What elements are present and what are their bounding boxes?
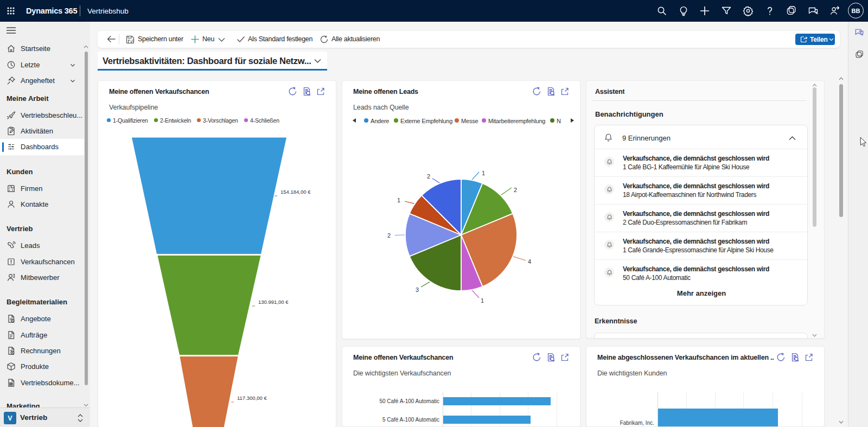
svg-text:3: 3 xyxy=(416,286,419,293)
svg-text:4: 4 xyxy=(528,258,531,265)
svg-text:130.991,00 €: 130.991,00 € xyxy=(258,299,289,305)
svg-text:1: 1 xyxy=(481,297,484,304)
svg-text:3-Vorschlagen: 3-Vorschlagen xyxy=(203,117,238,124)
svg-text:4-Schließen: 4-Schließen xyxy=(250,117,279,124)
svg-text:2-Entwickeln: 2-Entwickeln xyxy=(160,117,191,124)
svg-text:2: 2 xyxy=(427,173,430,180)
svg-text:Messe: Messe xyxy=(461,118,478,124)
svg-text:1: 1 xyxy=(482,170,485,176)
svg-text:50 Café A-100 Automatic: 50 Café A-100 Automatic xyxy=(379,398,439,404)
svg-text:2: 2 xyxy=(387,232,391,239)
svg-text:117.300,00 €: 117.300,00 € xyxy=(237,395,267,401)
svg-text:1-Qualifizieren: 1-Qualifizieren xyxy=(113,117,148,124)
svg-text:5 Café A-100 Automatic: 5 Café A-100 Automatic xyxy=(382,417,439,423)
svg-text:1: 1 xyxy=(397,197,400,203)
svg-text:Mitarbeiterempfehlung: Mitarbeiterempfehlung xyxy=(488,118,545,124)
svg-text:Externe Empfehlung: Externe Empfehlung xyxy=(400,118,452,124)
svg-text:2: 2 xyxy=(514,187,517,193)
svg-text:Fabrikam, Inc.: Fabrikam, Inc. xyxy=(620,420,654,426)
svg-text:Andere: Andere xyxy=(371,118,389,124)
svg-text:N: N xyxy=(557,118,561,124)
svg-text:154.184,00 €: 154.184,00 € xyxy=(280,189,311,195)
